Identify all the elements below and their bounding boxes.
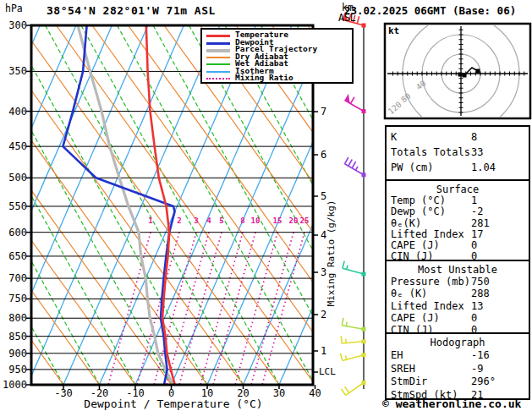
datetime-label: 23.02.2025 06GMT (Base: 06)	[344, 4, 516, 17]
stat-label: Dewp (°C)	[391, 206, 446, 217]
temp-tick-label: 30	[262, 387, 296, 399]
stat-value: 288	[471, 288, 490, 299]
stat-value: 17	[471, 228, 483, 240]
legend-swatch-mixing-ratio	[206, 78, 230, 79]
stat-label: StmSpd (kt)	[391, 389, 458, 401]
stat-row: StmDir296°	[387, 375, 529, 388]
km-tick-label: 6	[321, 149, 326, 161]
panel-surface-title: Surface	[387, 184, 529, 195]
pressure-tick-label: 950	[2, 364, 27, 375]
stat-row: CAPE (J)0	[387, 239, 529, 250]
pressure-tick-label: 500	[2, 172, 27, 184]
stat-value: -2	[471, 206, 483, 217]
legend-item: Mixing Ratio	[202, 75, 352, 83]
km-tick-label: 2	[321, 309, 326, 321]
temp-tick-label: 0	[155, 387, 189, 399]
stat-row: CAPE (J)0	[387, 312, 529, 324]
stat-row: K8	[387, 131, 529, 146]
stat-value: 21	[471, 389, 483, 401]
stat-row: Pressure (mb)750	[387, 276, 529, 288]
pressure-unit-label: hPa	[5, 3, 23, 14]
stat-row: Totals Totals33	[387, 146, 529, 162]
panel-most-unstable-title: Most Unstable	[387, 264, 529, 276]
km-tick-label: 7	[321, 106, 326, 118]
mixing-ratio-label: 5	[213, 216, 230, 225]
stat-row: θₑ (K)288	[387, 288, 529, 299]
km-tick-label: 5	[321, 190, 326, 202]
mixing-ratio-label: 2	[171, 216, 188, 225]
panel-stats: K8Totals Totals33PW (cm)1.04	[385, 125, 530, 181]
stat-label: Lifted Index	[391, 228, 464, 240]
legend-swatch-parcel-trajectory	[206, 49, 230, 52]
stat-label: Temp (°C)	[391, 195, 446, 206]
pressure-tick-label: 800	[2, 312, 27, 324]
legend-swatch-isotherm	[206, 71, 230, 73]
pressure-tick-label: 600	[2, 227, 27, 238]
pressure-tick-label: 650	[2, 250, 27, 262]
mixing-ratio-axis-title: Mixing Ratio (g/kg)	[326, 190, 337, 317]
stat-row: PW (cm)1.04	[387, 162, 529, 177]
km-tick-label: 4	[321, 229, 326, 241]
station-title: 38°54'N 282°01'W 71m ASL	[47, 4, 216, 17]
stat-value: -9	[471, 363, 483, 375]
stat-value: 0	[471, 312, 477, 324]
stat-value: 33	[471, 146, 483, 158]
legend-swatch-dry-adiabat	[206, 57, 230, 58]
panel-hodograph: HodographEH-16SREH-9StmDir296°StmSpd (kt…	[385, 332, 530, 400]
pressure-tick-label: 700	[2, 272, 27, 284]
temp-tick-label: 20	[227, 387, 261, 399]
temp-axis-title: Dewpoint / Temperature (°C)	[76, 397, 271, 410]
mixing-ratio-label: 1	[142, 216, 159, 225]
temp-tick-label: 40	[299, 387, 332, 399]
stat-value: 8	[471, 131, 477, 143]
stat-label: K	[391, 131, 397, 143]
stat-row: θₑ(K)281	[387, 217, 529, 228]
stat-label: θₑ (K)	[391, 288, 427, 299]
stat-row: StmSpd (kt)21	[387, 389, 529, 402]
pressure-tick-label: 450	[2, 140, 27, 152]
hodograph-unit-label: kt	[388, 25, 399, 36]
mixing-ratio-label: 15	[269, 216, 286, 225]
legend-swatch-wet-adiabat	[206, 63, 230, 65]
pressure-tick-label: 750	[2, 293, 27, 304]
panel-most-unstable: Most UnstablePressure (mb)750θₑ (K)288Li…	[385, 260, 530, 334]
km-tick-label: 1	[321, 345, 326, 357]
stat-value: 1	[471, 195, 477, 206]
stat-row: Temp (°C)1	[387, 195, 529, 206]
legend-label: Mixing Ratio	[235, 74, 293, 82]
stat-label: SREH	[391, 363, 415, 375]
temp-tick-label: -30	[47, 387, 80, 399]
stat-value: 0	[471, 239, 477, 251]
pressure-tick-label: 350	[2, 65, 27, 77]
stat-label: CAPE (J)	[391, 312, 440, 324]
km-tick-label: 3	[321, 266, 326, 278]
stat-row: EH-16	[387, 349, 529, 362]
pressure-tick-label: 400	[2, 106, 27, 118]
altitude-unit-asl-label: ASL	[338, 12, 356, 24]
stat-label: Lifted Index	[391, 300, 464, 312]
skewt-sounding-screenshot: hPa 38°54'N 282°01'W 71m ASL 23.02.2025 …	[0, 0, 532, 411]
stat-value: 750	[471, 276, 490, 288]
pressure-tick-label: 300	[2, 19, 27, 31]
mixing-ratio-label: 25	[296, 216, 313, 225]
stat-row: Dewp (°C)-2	[387, 206, 529, 216]
mixing-ratio-label: 10	[247, 216, 264, 225]
stat-label: EH	[391, 349, 403, 361]
stat-label: StmDir	[391, 375, 427, 387]
stat-label: θₑ(K)	[391, 217, 421, 229]
stat-label: Totals Totals	[391, 146, 470, 158]
pressure-tick-label: 850	[2, 331, 27, 342]
stat-value: 281	[471, 217, 490, 229]
pressure-tick-label: 1000	[2, 379, 27, 391]
stat-value: 13	[471, 300, 483, 312]
legend-swatch-dewpoint	[206, 42, 230, 45]
stat-value: -16	[471, 349, 490, 361]
stat-row: Lifted Index17	[387, 228, 529, 239]
panel-surface: SurfaceTemp (°C)1Dewp (°C)-2θₑ(K)281Lift…	[385, 179, 530, 261]
stat-label: Pressure (mb)	[391, 276, 470, 288]
temp-tick-label: -10	[118, 387, 152, 399]
stat-label: PW (cm)	[391, 162, 434, 173]
stat-row: Lifted Index13	[387, 300, 529, 312]
legend-box: TemperatureDewpointParcel TrajectoryDry …	[200, 28, 354, 84]
pressure-tick-label: 550	[2, 200, 27, 212]
